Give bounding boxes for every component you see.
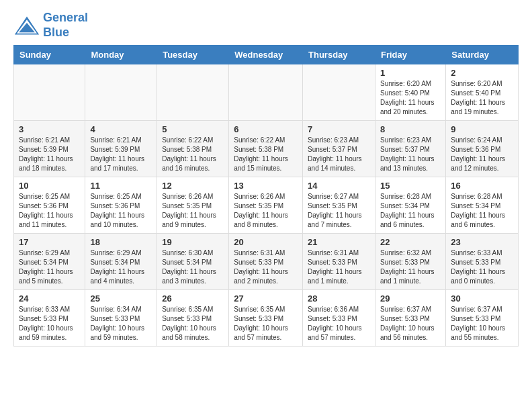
day-number: 23 [451, 237, 513, 247]
cell-info: Sunrise: 6:27 AM Sunset: 5:35 PM Dayligh… [308, 192, 370, 230]
cell-info: Sunrise: 6:31 AM Sunset: 5:33 PM Dayligh… [234, 248, 298, 286]
cell-info: Sunrise: 6:29 AM Sunset: 5:34 PM Dayligh… [19, 248, 80, 286]
cell-info: Sunrise: 6:20 AM Sunset: 5:40 PM Dayligh… [451, 79, 513, 117]
day-number: 5 [162, 124, 224, 134]
calendar-cell: 9Sunrise: 6:24 AM Sunset: 5:36 PM Daylig… [446, 121, 519, 177]
cell-info: Sunrise: 6:34 AM Sunset: 5:33 PM Dayligh… [90, 305, 152, 342]
cell-info: Sunrise: 6:32 AM Sunset: 5:33 PM Dayligh… [380, 248, 441, 286]
header: General Blue [0, 0, 532, 45]
day-number: 11 [90, 181, 152, 191]
day-number: 10 [19, 181, 80, 191]
calendar-cell: 18Sunrise: 6:29 AM Sunset: 5:34 PM Dayli… [85, 234, 157, 290]
calendar-cell: 11Sunrise: 6:25 AM Sunset: 5:36 PM Dayli… [85, 177, 157, 234]
calendar-cell: 28Sunrise: 6:36 AM Sunset: 5:33 PM Dayli… [303, 290, 375, 347]
cell-info: Sunrise: 6:23 AM Sunset: 5:37 PM Dayligh… [380, 136, 441, 173]
calendar-cell: 22Sunrise: 6:32 AM Sunset: 5:33 PM Dayli… [375, 234, 445, 290]
cell-info: Sunrise: 6:24 AM Sunset: 5:36 PM Dayligh… [451, 136, 513, 173]
calendar-row: 17Sunrise: 6:29 AM Sunset: 5:34 PM Dayli… [14, 234, 519, 290]
calendar-cell: 13Sunrise: 6:26 AM Sunset: 5:35 PM Dayli… [229, 177, 303, 234]
day-number: 17 [19, 237, 80, 247]
day-number: 27 [234, 293, 298, 304]
weekday-header: Thursday [303, 46, 375, 64]
cell-info: Sunrise: 6:28 AM Sunset: 5:34 PM Dayligh… [380, 192, 441, 230]
calendar-cell: 17Sunrise: 6:29 AM Sunset: 5:34 PM Dayli… [14, 234, 85, 290]
calendar-cell: 29Sunrise: 6:37 AM Sunset: 5:33 PM Dayli… [375, 290, 445, 347]
calendar-cell [85, 64, 157, 121]
cell-info: Sunrise: 6:37 AM Sunset: 5:33 PM Dayligh… [451, 305, 513, 342]
calendar-cell: 24Sunrise: 6:33 AM Sunset: 5:33 PM Dayli… [14, 290, 85, 347]
calendar-cell: 25Sunrise: 6:34 AM Sunset: 5:33 PM Dayli… [85, 290, 157, 347]
weekday-header: Monday [85, 46, 157, 64]
calendar-table: SundayMondayTuesdayWednesdayThursdayFrid… [13, 45, 519, 347]
cell-info: Sunrise: 6:25 AM Sunset: 5:36 PM Dayligh… [90, 192, 152, 230]
day-number: 4 [90, 124, 152, 134]
calendar-cell: 2Sunrise: 6:20 AM Sunset: 5:40 PM Daylig… [446, 64, 519, 121]
calendar-cell: 14Sunrise: 6:27 AM Sunset: 5:35 PM Dayli… [303, 177, 375, 234]
calendar-cell: 5Sunrise: 6:22 AM Sunset: 5:38 PM Daylig… [157, 121, 229, 177]
calendar-cell: 27Sunrise: 6:35 AM Sunset: 5:33 PM Dayli… [229, 290, 303, 347]
day-number: 3 [19, 124, 80, 134]
calendar-cell: 23Sunrise: 6:33 AM Sunset: 5:33 PM Dayli… [446, 234, 519, 290]
day-number: 7 [308, 124, 370, 134]
day-number: 30 [451, 293, 513, 304]
calendar-cell: 21Sunrise: 6:31 AM Sunset: 5:33 PM Dayli… [303, 234, 375, 290]
calendar-cell: 10Sunrise: 6:25 AM Sunset: 5:36 PM Dayli… [14, 177, 85, 234]
day-number: 26 [162, 293, 224, 304]
day-number: 22 [380, 237, 441, 247]
calendar-cell: 30Sunrise: 6:37 AM Sunset: 5:33 PM Dayli… [446, 290, 519, 347]
calendar-cell: 15Sunrise: 6:28 AM Sunset: 5:34 PM Dayli… [375, 177, 445, 234]
cell-info: Sunrise: 6:30 AM Sunset: 5:34 PM Dayligh… [162, 248, 224, 286]
calendar-cell: 26Sunrise: 6:35 AM Sunset: 5:33 PM Dayli… [157, 290, 229, 347]
weekday-header: Tuesday [157, 46, 229, 64]
weekday-header: Wednesday [229, 46, 303, 64]
cell-info: Sunrise: 6:22 AM Sunset: 5:38 PM Dayligh… [234, 136, 298, 173]
day-number: 28 [308, 293, 370, 304]
calendar-cell: 20Sunrise: 6:31 AM Sunset: 5:33 PM Dayli… [229, 234, 303, 290]
cell-info: Sunrise: 6:29 AM Sunset: 5:34 PM Dayligh… [90, 248, 152, 286]
day-number: 21 [308, 237, 370, 247]
calendar-cell: 7Sunrise: 6:23 AM Sunset: 5:37 PM Daylig… [303, 121, 375, 177]
cell-info: Sunrise: 6:28 AM Sunset: 5:34 PM Dayligh… [451, 192, 513, 230]
day-number: 18 [90, 237, 152, 247]
cell-info: Sunrise: 6:36 AM Sunset: 5:33 PM Dayligh… [308, 305, 370, 342]
day-number: 1 [380, 68, 441, 78]
calendar-cell [229, 64, 303, 121]
cell-info: Sunrise: 6:23 AM Sunset: 5:37 PM Dayligh… [308, 136, 370, 173]
calendar-cell [14, 64, 85, 121]
calendar-wrap: SundayMondayTuesdayWednesdayThursdayFrid… [0, 45, 532, 353]
weekday-header: Saturday [446, 46, 519, 64]
page-container: General Blue SundayMondayTuesdayWednesda… [0, 0, 532, 353]
cell-info: Sunrise: 6:35 AM Sunset: 5:33 PM Dayligh… [234, 305, 298, 342]
day-number: 25 [90, 293, 152, 304]
calendar-cell: 1Sunrise: 6:20 AM Sunset: 5:40 PM Daylig… [375, 64, 445, 121]
day-number: 14 [308, 181, 370, 191]
cell-info: Sunrise: 6:33 AM Sunset: 5:33 PM Dayligh… [451, 248, 513, 286]
day-number: 19 [162, 237, 224, 247]
day-number: 24 [19, 293, 80, 304]
cell-info: Sunrise: 6:21 AM Sunset: 5:39 PM Dayligh… [90, 136, 152, 173]
calendar-cell: 16Sunrise: 6:28 AM Sunset: 5:34 PM Dayli… [446, 177, 519, 234]
cell-info: Sunrise: 6:35 AM Sunset: 5:33 PM Dayligh… [162, 305, 224, 342]
cell-info: Sunrise: 6:33 AM Sunset: 5:33 PM Dayligh… [19, 305, 80, 342]
cell-info: Sunrise: 6:25 AM Sunset: 5:36 PM Dayligh… [19, 192, 80, 230]
day-number: 2 [451, 68, 513, 78]
cell-info: Sunrise: 6:26 AM Sunset: 5:35 PM Dayligh… [234, 192, 298, 230]
day-number: 13 [234, 181, 298, 191]
calendar-cell [303, 64, 375, 121]
day-number: 16 [451, 181, 513, 191]
day-number: 6 [234, 124, 298, 134]
logo: General Blue [13, 11, 88, 40]
calendar-cell: 4Sunrise: 6:21 AM Sunset: 5:39 PM Daylig… [85, 121, 157, 177]
day-number: 9 [451, 124, 513, 134]
calendar-cell: 12Sunrise: 6:26 AM Sunset: 5:35 PM Dayli… [157, 177, 229, 234]
cell-info: Sunrise: 6:37 AM Sunset: 5:33 PM Dayligh… [380, 305, 441, 342]
cell-info: Sunrise: 6:21 AM Sunset: 5:39 PM Dayligh… [19, 136, 80, 173]
calendar-row: 1Sunrise: 6:20 AM Sunset: 5:40 PM Daylig… [14, 64, 519, 121]
day-number: 8 [380, 124, 441, 134]
calendar-cell: 19Sunrise: 6:30 AM Sunset: 5:34 PM Dayli… [157, 234, 229, 290]
calendar-row: 24Sunrise: 6:33 AM Sunset: 5:33 PM Dayli… [14, 290, 519, 347]
logo-text: General Blue [43, 11, 88, 40]
calendar-row: 3Sunrise: 6:21 AM Sunset: 5:39 PM Daylig… [14, 121, 519, 177]
weekday-header: Sunday [14, 46, 85, 64]
day-number: 29 [380, 293, 441, 304]
